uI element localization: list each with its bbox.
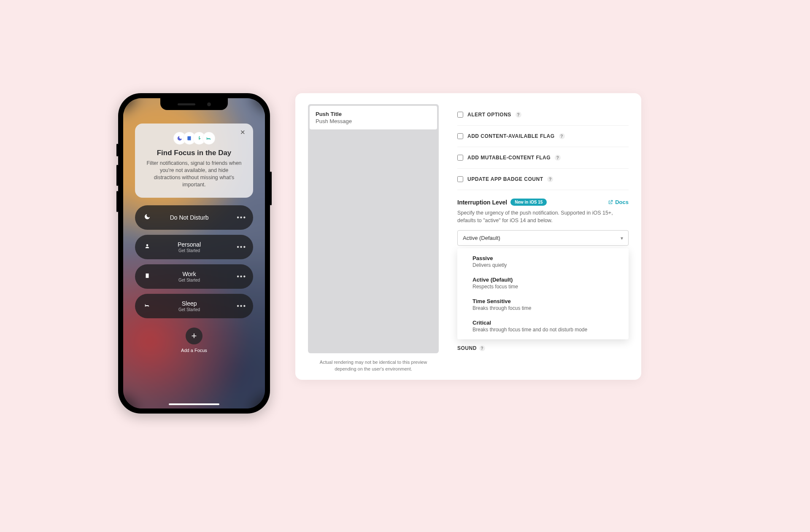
option-label: ADD MUTABLE-CONTENT FLAG: [467, 155, 551, 161]
home-indicator: [169, 403, 219, 405]
focus-mode-sub: Get Started: [142, 278, 237, 282]
focus-mode-work[interactable]: Work Get Started •••: [135, 264, 253, 289]
option-label: ADD CONTENT-AVAILABLE FLAG: [467, 133, 555, 139]
push-message-text: Push Message: [316, 118, 431, 124]
add-focus-button[interactable]: +: [186, 328, 202, 344]
chevron-down-icon: ▾: [621, 235, 623, 241]
section-title: Interruption Level: [457, 199, 507, 206]
mutable-content-row[interactable]: ADD MUTABLE-CONTENT FLAG ?: [457, 147, 629, 169]
option-label: UPDATE APP BADGE COUNT: [467, 176, 543, 182]
more-icon[interactable]: •••: [237, 243, 246, 251]
option-desc: Delivers quietly: [472, 262, 613, 268]
help-icon[interactable]: ?: [555, 155, 561, 161]
phone-screen: ✕ Fi: [123, 98, 265, 408]
dropdown-option-active[interactable]: Active (Default) Respects focus time: [457, 272, 629, 294]
dropdown-option-critical[interactable]: Critical Breaks through focus time and d…: [457, 315, 629, 337]
option-title: Time Sensitive: [472, 298, 613, 304]
focus-intro-card: ✕ Fi: [135, 124, 253, 198]
help-icon[interactable]: ?: [547, 176, 553, 182]
focus-mode-sub: Get Started: [142, 248, 237, 253]
help-icon[interactable]: ?: [559, 133, 565, 139]
badge-count-checkbox[interactable]: [457, 176, 463, 182]
focus-mode-dnd[interactable]: Do Not Disturb •••: [135, 205, 253, 230]
push-title-text: Push Title: [316, 111, 431, 117]
help-icon[interactable]: ?: [479, 345, 485, 351]
focus-mode-title: Personal: [142, 241, 237, 248]
docs-link-label: Docs: [615, 199, 629, 205]
option-title: Passive: [472, 255, 613, 261]
speaker-icon: [178, 103, 195, 105]
focus-mode-title: Do Not Disturb: [142, 214, 237, 221]
dropdown-option-time-sensitive[interactable]: Time Sensitive Breaks through focus time: [457, 294, 629, 315]
focus-mode-sub: Get Started: [142, 307, 237, 312]
external-link-icon: [608, 199, 613, 205]
sound-row[interactable]: SOUND ?: [457, 345, 629, 351]
more-icon[interactable]: •••: [237, 302, 246, 310]
option-desc: Breaks through focus time and do not dis…: [472, 327, 613, 333]
close-icon[interactable]: ✕: [238, 129, 247, 138]
push-preview-column: Push Title Push Message Actual rendering…: [308, 104, 439, 372]
select-value: Active (Default): [463, 235, 500, 241]
new-badge: New in iOS 15: [510, 199, 547, 206]
preview-disclaimer: Actual rendering may not be identical to…: [308, 359, 439, 372]
focus-mode-sleep[interactable]: Sleep Get Started •••: [135, 294, 253, 318]
option-title: Active (Default): [472, 277, 613, 283]
volume-up-button: [116, 165, 118, 186]
push-settings-column: ALERT OPTIONS ? ADD CONTENT-AVAILABLE FL…: [457, 104, 629, 372]
option-title: Critical: [472, 320, 613, 326]
interruption-level-dropdown: Passive Delivers quietly Active (Default…: [457, 248, 629, 339]
option-label: ALERT OPTIONS: [467, 112, 511, 118]
focus-mode-personal[interactable]: Personal Get Started •••: [135, 235, 253, 259]
alert-options-row[interactable]: ALERT OPTIONS ?: [457, 104, 629, 126]
content-available-row[interactable]: ADD CONTENT-AVAILABLE FLAG ?: [457, 126, 629, 147]
focus-card-desc: Filter notifications, signal to friends …: [146, 160, 242, 188]
power-button: [270, 172, 272, 205]
camera-icon: [207, 102, 211, 106]
push-preview-card: Push Title Push Message: [310, 106, 437, 129]
option-desc: Breaks through focus time: [472, 305, 613, 311]
focus-card-title: Find Focus in the Day: [146, 149, 242, 157]
badge-count-row[interactable]: UPDATE APP BADGE COUNT ?: [457, 169, 629, 190]
silence-switch: [116, 144, 118, 156]
push-preview-box: Push Title Push Message: [308, 104, 439, 353]
focus-mode-title: Sleep: [142, 300, 237, 307]
more-icon[interactable]: •••: [237, 214, 246, 221]
section-description: Specify the urgency of the push notifica…: [457, 209, 629, 224]
option-desc: Respects focus time: [472, 284, 613, 290]
more-icon[interactable]: •••: [237, 273, 246, 280]
interruption-level-section: Interruption Level New in iOS 15 Docs Sp…: [457, 190, 629, 351]
help-icon[interactable]: ?: [516, 112, 521, 118]
focus-icon-row: [146, 132, 242, 145]
iphone-mockup: ✕ Fi: [118, 93, 270, 414]
interruption-level-select[interactable]: Active (Default) ▾: [457, 230, 629, 246]
volume-down-button: [116, 191, 118, 212]
docs-link[interactable]: Docs: [608, 199, 629, 205]
mutable-content-checkbox[interactable]: [457, 155, 463, 161]
bed-icon: [202, 132, 215, 145]
focus-mode-title: Work: [142, 271, 237, 277]
focus-mode-list: Do Not Disturb ••• Personal Get Started …: [135, 205, 253, 318]
push-settings-panel: Push Title Push Message Actual rendering…: [295, 93, 641, 380]
alert-options-checkbox[interactable]: [457, 112, 463, 118]
sound-label: SOUND: [457, 345, 477, 351]
phone-notch: [160, 98, 228, 110]
dropdown-option-passive[interactable]: Passive Delivers quietly: [457, 251, 629, 272]
add-focus-label: Add a Focus: [181, 348, 207, 353]
content-available-checkbox[interactable]: [457, 133, 463, 139]
